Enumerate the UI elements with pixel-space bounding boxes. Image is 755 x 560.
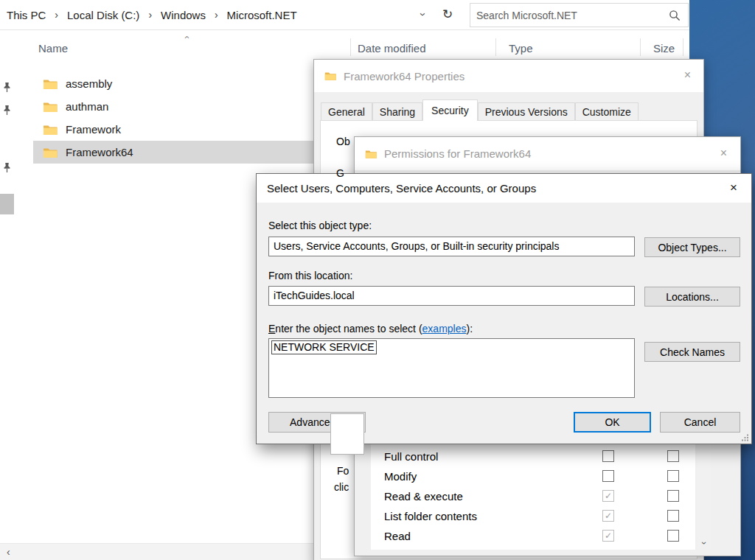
breadcrumb-separator-icon: › xyxy=(49,9,63,21)
sidebar-scrollbar-thumb[interactable] xyxy=(0,194,14,214)
folder-name: Framework64 xyxy=(66,146,133,158)
address-bar: This PC › Local Disk (C:) › Windows › Mi… xyxy=(0,0,689,30)
object-types-button[interactable]: Object Types... xyxy=(644,237,740,257)
refresh-icon[interactable]: ↻ xyxy=(442,7,453,22)
search-input[interactable] xyxy=(470,10,669,21)
column-header-date-modified[interactable]: Date modified xyxy=(358,42,426,55)
object-names-value: NETWORK SERVICE xyxy=(271,340,377,354)
breadcrumb-separator-icon: › xyxy=(209,9,223,21)
select-users-dialog-title: Select Users, Computers, Service Account… xyxy=(267,182,536,195)
folder-name: assembly xyxy=(66,77,112,90)
deny-checkbox-modify[interactable] xyxy=(667,470,679,482)
tab-security-active[interactable]: Security xyxy=(422,99,478,121)
folder-icon xyxy=(43,124,58,136)
folder-icon xyxy=(43,147,58,158)
column-divider[interactable] xyxy=(495,38,496,56)
folder-icon xyxy=(43,78,58,90)
permission-label: Read & execute xyxy=(384,490,463,503)
permissions-scrollbar[interactable]: › xyxy=(697,438,711,550)
special-permissions-text-fragment: Fo xyxy=(337,465,349,477)
object-type-label: Select this object type: xyxy=(268,220,372,231)
pin-icon xyxy=(2,105,12,116)
location-label: From this location: xyxy=(268,270,352,281)
permission-label: Read xyxy=(384,530,411,542)
column-divider[interactable] xyxy=(350,38,351,56)
locations-button[interactable]: Locations... xyxy=(644,287,740,307)
allow-checkbox-read[interactable] xyxy=(602,530,614,542)
breadcrumb-local-disk-c[interactable]: Local Disk (C:) xyxy=(63,9,143,21)
folder-icon xyxy=(43,101,58,113)
folder-name: authman xyxy=(66,100,108,113)
select-users-dialog-titlebar: Select Users, Computers, Service Account… xyxy=(257,174,751,203)
folder-icon xyxy=(365,149,378,159)
tab-customize[interactable]: Customize xyxy=(575,102,639,120)
tab-general[interactable]: General xyxy=(321,102,372,120)
pin-icon xyxy=(2,82,12,93)
pin-icon xyxy=(2,162,12,173)
select-users-dialog: Select Users, Computers, Service Account… xyxy=(256,173,752,444)
properties-dialog-title: Framework64 Properties xyxy=(344,70,465,83)
folder-row-framework64-selected[interactable]: Framework64 xyxy=(33,141,315,164)
scroll-down-icon[interactable]: › xyxy=(697,536,711,550)
properties-tabs: General Sharing Security Previous Versio… xyxy=(321,99,639,120)
sort-ascending-icon: › xyxy=(181,35,192,38)
close-icon[interactable]: × xyxy=(730,181,737,194)
permissions-list: Full control Modify Read & execute List … xyxy=(371,436,695,550)
tab-sharing[interactable]: Sharing xyxy=(372,102,422,120)
examples-link[interactable]: examples xyxy=(422,323,467,335)
column-headers: › Name Date modified Type Size xyxy=(0,34,689,59)
permission-row-list-folder-contents: List folder contents xyxy=(371,506,695,526)
deny-checkbox-read-execute[interactable] xyxy=(667,490,679,502)
permission-label: List folder contents xyxy=(384,510,477,522)
permission-row-full-control: Full control xyxy=(371,447,695,466)
folder-row-authman[interactable]: authman xyxy=(33,95,315,118)
permissions-dialog-titlebar: Permissions for Framework64 xyxy=(355,137,740,170)
close-icon[interactable]: × xyxy=(684,69,691,81)
object-type-field[interactable]: Users, Service Accounts, Groups, or Buil… xyxy=(268,237,635,256)
object-names-label: Enter the object names to select (exampl… xyxy=(268,323,473,335)
cancel-button[interactable]: Cancel xyxy=(660,412,740,433)
folder-icon xyxy=(324,71,337,81)
properties-dialog-titlebar: Framework64 Properties xyxy=(314,60,703,92)
tab-previous-versions[interactable]: Previous Versions xyxy=(478,102,575,120)
search-box xyxy=(470,3,689,27)
deny-checkbox-list-folder-contents[interactable] xyxy=(667,510,679,522)
object-names-input[interactable]: NETWORK SERVICE xyxy=(268,338,635,398)
column-header-size[interactable]: Size xyxy=(653,42,675,55)
allow-checkbox-modify[interactable] xyxy=(602,470,614,482)
permission-row-modify: Modify xyxy=(371,466,695,486)
column-divider[interactable] xyxy=(683,38,683,56)
address-dropdown-icon[interactable]: › xyxy=(417,13,430,16)
breadcrumb-this-pc[interactable]: This PC xyxy=(3,9,49,21)
column-divider[interactable] xyxy=(640,38,641,56)
special-permissions-text-fragment: clic xyxy=(334,481,349,493)
close-icon[interactable]: × xyxy=(720,147,727,159)
ok-button[interactable]: OK xyxy=(574,412,651,433)
permissions-dialog-title: Permissions for Framework64 xyxy=(384,147,531,160)
search-icon xyxy=(669,10,681,21)
allow-checkbox-full-control[interactable] xyxy=(602,450,614,462)
permission-row-read-execute: Read & execute xyxy=(371,486,695,506)
scroll-left-icon[interactable]: ‹ xyxy=(7,546,10,558)
column-header-type[interactable]: Type xyxy=(509,42,533,55)
breadcrumb-windows[interactable]: Windows xyxy=(157,9,209,21)
deny-checkbox-read[interactable] xyxy=(667,530,679,542)
check-names-button[interactable]: Check Names xyxy=(644,342,740,362)
folder-row-assembly[interactable]: assembly xyxy=(33,72,315,95)
resize-grip[interactable] xyxy=(741,433,749,441)
column-header-name[interactable]: Name xyxy=(38,42,68,55)
breadcrumb: This PC › Local Disk (C:) › Windows › Mi… xyxy=(3,0,301,29)
breadcrumb-microsoft-net[interactable]: Microsoft.NET xyxy=(223,9,301,21)
folder-name: Framework xyxy=(66,123,121,136)
breadcrumb-separator-icon: › xyxy=(143,9,157,21)
folder-row-framework[interactable]: Framework xyxy=(33,118,315,141)
permission-row-read: Read xyxy=(371,526,695,546)
allow-checkbox-list-folder-contents[interactable] xyxy=(602,510,614,522)
location-field[interactable]: iTechGuides.local xyxy=(268,286,635,306)
deny-checkbox-full-control[interactable] xyxy=(667,450,679,462)
screen: This PC › Local Disk (C:) › Windows › Mi… xyxy=(0,0,755,560)
permissions-listbox-fragment xyxy=(330,413,364,455)
allow-checkbox-read-execute[interactable] xyxy=(602,490,614,502)
object-name-label-fragment: Ob xyxy=(336,136,350,147)
permission-label: Full control xyxy=(384,450,438,463)
